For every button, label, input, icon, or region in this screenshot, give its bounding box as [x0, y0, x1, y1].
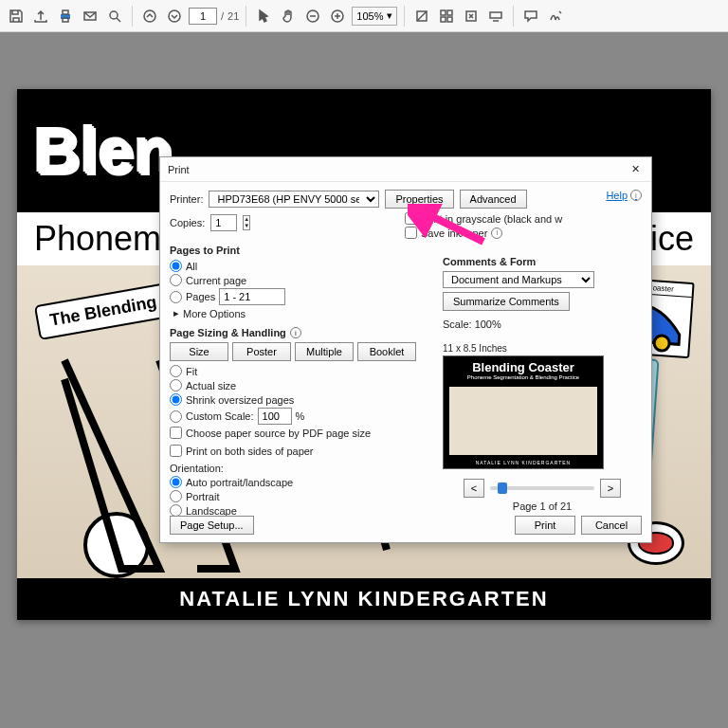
- comment-icon[interactable]: [520, 6, 541, 27]
- pages-to-print-heading: Pages to Print: [170, 245, 416, 256]
- portrait-radio[interactable]: [170, 490, 182, 502]
- doc-subtitle-left: Phoneme: [34, 219, 180, 259]
- info-icon: i: [491, 228, 502, 239]
- doc-footer: NATALIE LYNN KINDERGARTEN: [17, 578, 711, 620]
- chevron-down-icon: ▾: [387, 9, 392, 22]
- auto-orient-radio[interactable]: [170, 476, 182, 488]
- page-current-input[interactable]: [189, 8, 217, 25]
- custom-scale-radio[interactable]: [170, 410, 182, 423]
- print-options-right: Print in grayscale (black and w Save ink…: [405, 210, 642, 241]
- print-button[interactable]: Print: [515, 516, 575, 535]
- save-ink-checkbox[interactable]: [405, 227, 417, 239]
- properties-button[interactable]: Properties: [385, 190, 453, 209]
- search-icon[interactable]: [104, 6, 125, 27]
- svg-rect-12: [441, 17, 446, 22]
- export-icon[interactable]: [30, 6, 51, 27]
- zoom-select[interactable]: 105%▾: [352, 7, 397, 26]
- actual-size-radio[interactable]: [170, 379, 182, 391]
- zoom-out-icon[interactable]: [302, 6, 323, 27]
- preview-prev-button[interactable]: <: [464, 479, 484, 498]
- shrink-radio[interactable]: [170, 393, 182, 406]
- print-preview: Blending Coaster Phoneme Segmentation & …: [443, 355, 604, 469]
- both-sides-checkbox[interactable]: [170, 445, 182, 457]
- svg-rect-13: [447, 17, 452, 22]
- printer-select[interactable]: HPD73E68 (HP ENVY 5000 series): [209, 191, 379, 208]
- page-indicator: / 21: [189, 8, 239, 25]
- current-page-radio[interactable]: [170, 274, 182, 286]
- dialog-title: Print: [168, 164, 190, 175]
- hand-icon[interactable]: [278, 6, 299, 27]
- print-dialog: Print ✕ Helpi Printer: HPD73E68 (HP ENVY…: [159, 156, 652, 543]
- page-total: 21: [228, 10, 239, 22]
- dialog-titlebar: Print ✕: [160, 157, 651, 182]
- svg-point-5: [144, 10, 155, 22]
- svg-point-17: [654, 335, 670, 351]
- orientation-label: Orientation:: [170, 463, 416, 474]
- svg-rect-2: [63, 18, 68, 22]
- info-icon: i: [290, 327, 301, 338]
- fit-radio[interactable]: [170, 365, 182, 377]
- summarize-button[interactable]: Summarize Comments: [443, 292, 570, 311]
- copies-label: Copies:: [170, 217, 205, 228]
- comments-select[interactable]: Document and Markups: [443, 271, 594, 288]
- custom-scale-input[interactable]: [258, 408, 292, 425]
- paper-dims: 11 x 8.5 Inches: [443, 343, 642, 354]
- page-up-icon[interactable]: [139, 6, 160, 27]
- preview-column: Comments & Form Document and Markups Sum…: [443, 248, 642, 512]
- close-button[interactable]: ✕: [627, 161, 644, 178]
- preview-subtitle: Phoneme Segmentation & Blending Practice: [444, 374, 603, 380]
- preview-next-button[interactable]: >: [600, 479, 621, 498]
- grayscale-checkbox[interactable]: [405, 212, 417, 225]
- page-setup-button[interactable]: Page Setup...: [170, 516, 254, 535]
- print-icon[interactable]: [55, 6, 76, 27]
- preview-title: Blending Coaster: [444, 356, 603, 374]
- email-icon[interactable]: [80, 6, 100, 27]
- svg-rect-11: [447, 10, 452, 15]
- info-icon: i: [630, 190, 642, 201]
- svg-point-4: [110, 11, 118, 19]
- help-link[interactable]: Helpi: [606, 190, 642, 201]
- multiple-tab[interactable]: Multiple: [295, 342, 354, 361]
- size-tab[interactable]: Size: [170, 342, 228, 361]
- zoom-in-icon[interactable]: [327, 6, 348, 27]
- advanced-button[interactable]: Advanced: [460, 190, 527, 209]
- svg-rect-10: [441, 10, 446, 15]
- coaster-card: The Blending: [34, 282, 173, 340]
- poster-tab[interactable]: Poster: [232, 342, 291, 361]
- page-sep: /: [221, 10, 224, 22]
- preview-footer: NATALIE LYNN KINDERGARTEN: [444, 457, 603, 468]
- save-icon[interactable]: [6, 6, 27, 27]
- sign-icon[interactable]: [545, 6, 566, 27]
- scale-label: Scale: 100%: [443, 318, 642, 330]
- svg-rect-15: [490, 12, 501, 18]
- copies-spinner[interactable]: ▲▼: [243, 215, 250, 230]
- preview-page-label: Page 1 of 21: [443, 500, 642, 512]
- more-options-toggle[interactable]: ▸ More Options: [173, 307, 416, 319]
- copies-input[interactable]: [210, 214, 237, 231]
- printer-label: Printer:: [170, 193, 203, 205]
- svg-rect-1: [63, 10, 68, 14]
- pages-radio[interactable]: [170, 291, 182, 303]
- page-down-icon[interactable]: [164, 6, 185, 27]
- booklet-tab[interactable]: Booklet: [357, 342, 416, 361]
- pdf-toolbar: / 21 105%▾: [0, 0, 728, 32]
- tool-4-icon[interactable]: [485, 6, 506, 27]
- sizing-heading: Page Sizing & Handling i: [170, 327, 416, 338]
- preview-slider[interactable]: [490, 486, 594, 490]
- doc-title: Blen: [34, 114, 173, 188]
- choose-paper-checkbox[interactable]: [170, 427, 182, 439]
- svg-point-6: [169, 10, 180, 22]
- cancel-button[interactable]: Cancel: [581, 516, 642, 535]
- tool-1-icon[interactable]: [411, 6, 432, 27]
- pages-range-input[interactable]: [219, 288, 285, 305]
- tool-3-icon[interactable]: [461, 6, 482, 27]
- pointer-icon[interactable]: [253, 6, 274, 27]
- comments-heading: Comments & Form: [443, 256, 642, 267]
- all-radio[interactable]: [170, 260, 182, 272]
- tool-2-icon[interactable]: [436, 6, 457, 27]
